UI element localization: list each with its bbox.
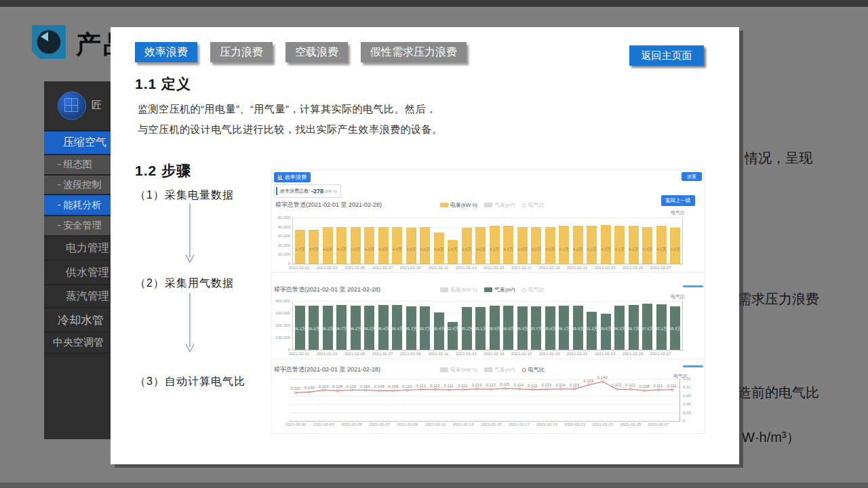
tab-false-demand-pressure-waste[interactable]: 假性需求压力浪费 <box>361 42 467 62</box>
x-axis-label: 2021-02-23 <box>590 352 620 356</box>
bar-value-label: 3.4万 <box>432 247 446 253</box>
sidebar-item-steam[interactable]: 蒸汽管理 <box>44 285 111 308</box>
app-badge: 效率浪费 <box>274 172 311 182</box>
bar-value-label: 4.1万 <box>501 247 515 253</box>
x-axis-label: 2021-02-09 <box>395 266 425 270</box>
bar: 4.0万 <box>517 227 528 264</box>
x-axis-labels: 2021-02-012021-02-032021-02-052021-02-07… <box>292 266 682 272</box>
bar-value-label: 4.1万 <box>571 247 585 253</box>
legend-label: 气量(m³) <box>494 366 515 373</box>
bar-value-label: 4.0万 <box>529 247 543 253</box>
x-axis-label: 2021-02-15 <box>479 352 509 356</box>
legend-item[interactable]: 电量(kW·h) <box>440 366 477 373</box>
bar-value-label: 22.9万 <box>446 326 460 332</box>
bar: 31.2万 <box>587 312 597 350</box>
tab-pressure-waste[interactable]: 压力浪费 <box>210 42 273 62</box>
chart-legend[interactable]: 电量(kW·h)气量(m³)电气比 <box>440 366 545 373</box>
legend-label: 电量(kW·h) <box>450 366 477 373</box>
back-level-button[interactable]: 返回上一级 <box>661 195 695 206</box>
x-axis-label: 2021-02-17 <box>504 422 534 426</box>
bar-value-label: 4.0万 <box>640 247 654 253</box>
sidebar-item-power[interactable]: 电力管理 <box>44 237 111 261</box>
sidebar-item-band-control[interactable]: - 波段控制 <box>44 176 111 195</box>
bar: 4.1万 <box>629 226 639 264</box>
bar-value-label: 4.0万 <box>321 247 335 253</box>
y-axis-label: 0.03 <box>683 411 691 415</box>
sidebar-item-hvac[interactable]: 中央空调管 <box>44 333 111 354</box>
waste-type-tabs: 效率浪费 压力浪费 空载浪费 假性需求压力浪费 <box>135 42 467 62</box>
x-axis-label: 2021-02-07 <box>365 422 395 426</box>
bar-value-label: 4.1万 <box>557 247 571 253</box>
bar: 36.2万 <box>323 306 333 350</box>
settings-button[interactable]: 设置 <box>682 172 702 181</box>
legend-item[interactable]: 电气比 <box>522 366 545 373</box>
tab-efficiency-waste[interactable]: 效率浪费 <box>135 42 197 62</box>
x-axis-label: 2021-02-01 <box>284 352 314 356</box>
bar-value-label: 4.0万 <box>376 247 391 253</box>
bar: 36.2万 <box>351 306 361 350</box>
bar: 4.1万 <box>656 226 667 264</box>
legend-item[interactable]: 电量(kW·h) <box>440 201 477 209</box>
x-axis-label: 2021-02-07 <box>368 352 397 356</box>
y-axis-label: 0.12 <box>683 385 691 389</box>
bg-text-3: 造前的电气比 <box>738 384 819 402</box>
bar: 3.9万 <box>462 228 472 264</box>
x-axis-label: 2021-02-23 <box>588 422 618 426</box>
bar-value-label: 4.0万 <box>515 247 530 253</box>
legend-item[interactable]: 电气比 <box>522 201 545 209</box>
bar: 36.4万 <box>378 305 389 350</box>
bar: 4.0万 <box>323 227 333 264</box>
bar: 4.0万 <box>545 227 555 264</box>
legend-swatch <box>440 287 448 292</box>
bar-value-label: 3.9万 <box>668 247 682 253</box>
bar: 35.5万 <box>670 306 680 350</box>
return-home-button[interactable]: 返回主页面 <box>629 45 704 66</box>
bar: 3.9万 <box>670 228 680 264</box>
sidebar-item-water-supply[interactable]: 供水管理 <box>44 261 111 285</box>
bar-value-label: 35.9万 <box>571 326 585 332</box>
bar-value-label: 35.9万 <box>488 326 502 332</box>
x-axis-label: 2021-02-21 <box>560 422 590 426</box>
bar-value-label: 36.1万 <box>557 326 571 332</box>
legend-item[interactable]: 气量(m³) <box>484 366 515 373</box>
bar-value-label: 36.4万 <box>390 326 404 332</box>
x-axis-label: 2021-02-01 <box>281 422 311 426</box>
x-axis-labels: 2021-02-012021-02-032021-02-052021-02-07… <box>289 422 679 428</box>
presentation-slide: { "slide": { "title": "产品", "bg_texts": … <box>0 0 868 488</box>
bar-value-label: 4.0万 <box>543 247 557 253</box>
sidebar-item-compressed-air[interactable]: 压缩空气 <box>44 131 111 155</box>
sidebar-item-cooling-water[interactable]: 冷却水管 <box>44 308 111 333</box>
bar: 30.4万 <box>434 312 444 350</box>
x-axis-label: 2021-02-21 <box>562 352 592 356</box>
bar: 4.0万 <box>475 227 486 264</box>
bar: 37.6万 <box>642 304 652 350</box>
bar-value-label: 4.0万 <box>390 247 404 253</box>
bar-value-label: 35.2万 <box>460 326 474 332</box>
sidebar-item-topology[interactable]: - 组态图 <box>44 155 111 176</box>
legend-label: 电气比 <box>528 201 545 209</box>
slide-top-border <box>0 0 868 7</box>
tab-idle-waste[interactable]: 空载浪费 <box>285 42 348 62</box>
legend-item[interactable]: 气量(m³) <box>484 201 515 209</box>
legend-item[interactable]: 气量(m³) <box>484 286 515 293</box>
chart-legend[interactable]: 电量(kW·h)气量(m³)电气比 <box>440 201 545 209</box>
x-axis-label: 2021-02-19 <box>532 422 562 426</box>
bar: 36.1万 <box>295 306 305 350</box>
sidebar-logo-label: 匠 <box>92 99 102 112</box>
x-axis-label: 2021-02-07 <box>368 266 397 270</box>
bg-text-1: 情况，呈现 <box>745 149 812 167</box>
bar-value-label: 3.7万 <box>293 247 307 253</box>
bar: 4.0万 <box>531 227 541 264</box>
bar: 37.1万 <box>656 304 667 350</box>
back-icon[interactable] <box>32 25 66 59</box>
legend-item[interactable]: 电量(kW·h) <box>440 286 477 293</box>
bar: 4.1万 <box>559 226 569 264</box>
y-axis-label: 50,000 <box>278 216 290 220</box>
y-axis-label: 10,000 <box>278 252 290 256</box>
sidebar-item-energy-analysis[interactable]: - 能耗分析 <box>44 195 111 216</box>
chart-legend[interactable]: 电量(kW·h)气量(m³)电气比 <box>440 286 545 293</box>
bar-value-label: 3.7万 <box>307 247 321 253</box>
sidebar-item-safety[interactable]: - 安全管理 <box>44 216 111 237</box>
legend-item[interactable]: 电气比 <box>522 286 545 293</box>
section-divider <box>273 359 703 359</box>
